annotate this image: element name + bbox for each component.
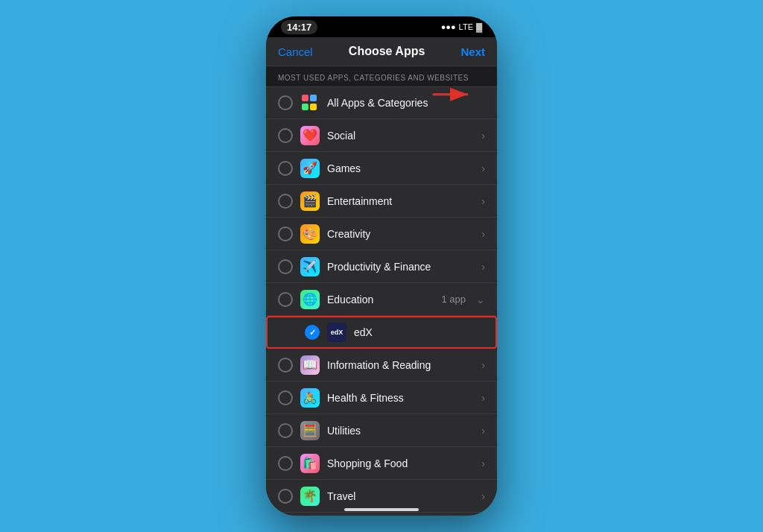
edx-item[interactable]: ✓ edX edX bbox=[266, 316, 497, 349]
list-item[interactable]: All Apps & Categories bbox=[266, 86, 497, 119]
reading-icon: 📖 bbox=[300, 355, 320, 375]
shopping-icon: 🛍️ bbox=[300, 454, 320, 473]
chevron-right-icon: › bbox=[481, 490, 485, 502]
productivity-icon: ✈️ bbox=[300, 257, 320, 276]
chevron-right-icon: › bbox=[481, 195, 485, 207]
network-type: LTE bbox=[459, 22, 473, 31]
education-item[interactable]: 🌐 Education 1 app ⌄ bbox=[266, 283, 497, 316]
phone-content: Cancel Choose Apps Next MOST USED APPS, … bbox=[266, 37, 497, 516]
list-item[interactable]: ✈️ Productivity & Finance › bbox=[266, 250, 497, 283]
battery-icon: ▓ bbox=[476, 22, 482, 31]
radio-education[interactable] bbox=[278, 292, 293, 307]
games-label: Games bbox=[327, 162, 474, 174]
utilities-icon: 🧮 bbox=[300, 421, 320, 440]
cancel-button[interactable]: Cancel bbox=[278, 45, 313, 58]
radio-utilities[interactable] bbox=[278, 423, 293, 438]
radio-fitness[interactable] bbox=[278, 390, 293, 405]
nav-title: Choose Apps bbox=[349, 45, 425, 58]
reading-label: Information & Reading bbox=[327, 359, 474, 371]
list-item[interactable]: ··· Other › bbox=[266, 513, 497, 516]
check-icon: ✓ bbox=[309, 328, 316, 338]
entertainment-icon: 🎬 bbox=[300, 191, 320, 211]
chevron-right-icon: › bbox=[481, 359, 485, 371]
list-item[interactable]: 🚀 Games › bbox=[266, 152, 497, 185]
chevron-down-icon: ⌄ bbox=[476, 294, 485, 305]
edx-icon: edX bbox=[327, 323, 346, 342]
chevron-right-icon: › bbox=[481, 130, 485, 142]
list-item[interactable]: 🚴 Health & Fitness › bbox=[266, 381, 497, 414]
radio-games[interactable] bbox=[278, 161, 293, 176]
list-item[interactable]: 🛍️ Shopping & Food › bbox=[266, 447, 497, 480]
list-item[interactable]: 🎨 Creativity › bbox=[266, 218, 497, 250]
social-label: Social bbox=[327, 130, 474, 142]
radio-reading[interactable] bbox=[278, 358, 293, 373]
chevron-right-icon: › bbox=[481, 162, 485, 174]
shopping-label: Shopping & Food bbox=[327, 457, 474, 469]
radio-productivity[interactable] bbox=[278, 259, 293, 274]
education-badge: 1 app bbox=[441, 294, 466, 305]
status-bar: 14:17 ●●● LTE ▓ bbox=[266, 16, 497, 37]
productivity-label: Productivity & Finance bbox=[327, 261, 474, 273]
status-time: 14:17 bbox=[281, 20, 317, 34]
radio-shopping[interactable] bbox=[278, 456, 293, 471]
radio-entertainment[interactable] bbox=[278, 194, 293, 209]
chevron-right-icon: › bbox=[481, 261, 485, 273]
chevron-right-icon: › bbox=[481, 228, 485, 240]
travel-label: Travel bbox=[327, 490, 474, 502]
radio-edx[interactable]: ✓ bbox=[305, 325, 320, 340]
social-icon: ❤️ bbox=[300, 126, 320, 145]
radio-creativity[interactable] bbox=[278, 227, 293, 241]
utilities-label: Utilities bbox=[327, 425, 474, 437]
status-icons: ●●● LTE ▓ bbox=[441, 22, 482, 31]
radio-travel[interactable] bbox=[278, 489, 293, 504]
signal-icon: ●●● bbox=[441, 22, 456, 31]
phone-frame: 14:17 ●●● LTE ▓ Cancel Choose Apps Next bbox=[266, 16, 497, 516]
education-label: Education bbox=[327, 294, 434, 305]
radio-social[interactable] bbox=[278, 128, 293, 143]
entertainment-label: Entertainment bbox=[327, 195, 474, 207]
list-item[interactable]: 📖 Information & Reading › bbox=[266, 349, 497, 381]
home-indicator bbox=[344, 508, 419, 511]
chevron-right-icon: › bbox=[481, 425, 485, 437]
education-icon: 🌐 bbox=[300, 290, 320, 309]
list-item[interactable]: 🎬 Entertainment › bbox=[266, 185, 497, 218]
next-button[interactable]: Next bbox=[460, 45, 485, 58]
fitness-label: Health & Fitness bbox=[327, 392, 474, 404]
all-apps-icon bbox=[300, 93, 320, 113]
fitness-icon: 🚴 bbox=[300, 388, 320, 408]
games-icon: 🚀 bbox=[300, 159, 320, 178]
app-list: All Apps & Categories ❤️ Social › 🚀 Game… bbox=[266, 86, 497, 516]
list-item[interactable]: 🧮 Utilities › bbox=[266, 414, 497, 447]
edx-label: edX bbox=[354, 326, 484, 338]
travel-icon: 🌴 bbox=[300, 487, 320, 506]
creativity-icon: 🎨 bbox=[300, 224, 320, 244]
chevron-right-icon: › bbox=[481, 457, 485, 469]
all-apps-label: All Apps & Categories bbox=[327, 97, 485, 109]
section-header: MOST USED APPS, CATEGORIES AND WEBSITES bbox=[266, 66, 497, 86]
radio-all-apps[interactable] bbox=[278, 95, 293, 110]
chevron-right-icon: › bbox=[481, 392, 485, 404]
list-item[interactable]: ❤️ Social › bbox=[266, 119, 497, 152]
nav-bar: Cancel Choose Apps Next bbox=[266, 37, 497, 66]
creativity-label: Creativity bbox=[327, 228, 474, 240]
